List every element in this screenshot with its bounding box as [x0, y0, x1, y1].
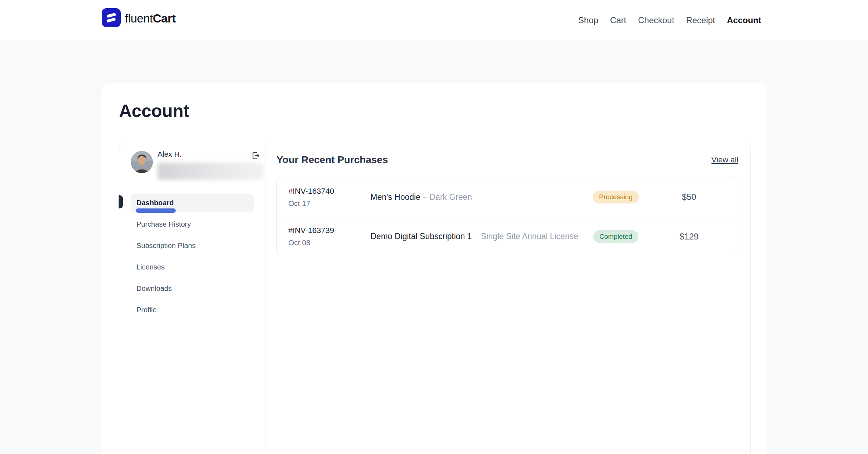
top-nav-links: Shop Cart Checkout Receipt Account [578, 0, 761, 40]
sidebar-item-subscription-plans[interactable]: Subscription Plans [131, 236, 254, 255]
nav-link-receipt[interactable]: Receipt [686, 15, 715, 25]
nav-link-shop[interactable]: Shop [578, 15, 598, 25]
product-variant: Single Site Annual License [481, 232, 578, 241]
sidebar-item-label: Licenses [136, 263, 165, 271]
sidebar-item-label: Dashboard [136, 199, 174, 207]
user-email-redacted [158, 163, 264, 180]
sidebar-item-dashboard[interactable]: Dashboard [131, 193, 254, 212]
invoice-date: Oct 08 [288, 238, 370, 247]
nav-link-checkout[interactable]: Checkout [638, 15, 674, 25]
sidebar-item-licenses[interactable]: Licenses [131, 258, 254, 276]
brand-mark-icon [102, 8, 121, 29]
status-badge: Completed [593, 230, 638, 243]
active-item-marker [119, 195, 123, 208]
sidebar-item-downloads[interactable]: Downloads [131, 279, 254, 298]
sidebar-item-label: Profile [136, 306, 157, 314]
invoice-number: #INV-163739 [288, 226, 370, 235]
invoice-cell: #INV-163739 Oct 08 [288, 226, 370, 247]
nav-link-cart[interactable]: Cart [610, 15, 626, 25]
price: $50 [682, 192, 696, 202]
page-title: Account [119, 100, 189, 122]
account-panel: Alex H. Dashboard Purchase History [119, 143, 750, 454]
product-separator: – [423, 192, 427, 202]
user-avatar [131, 151, 153, 173]
section-header: Your Recent Purchases View all [276, 153, 738, 167]
view-all-link[interactable]: View all [712, 155, 738, 165]
product-cell: Men's Hoodie – Dark Green [370, 192, 580, 202]
main-content-card: Account [101, 83, 767, 454]
user-name: Alex H. [158, 149, 182, 160]
product-name: Demo Digital Subscription 1 [370, 232, 472, 241]
sidebar-menu: Dashboard Purchase History Subscription … [119, 185, 265, 330]
product-name: Men's Hoodie [370, 192, 420, 202]
status-badge: Processing [593, 191, 639, 203]
recent-purchases-section: Your Recent Purchases View all #INV-1637… [265, 143, 750, 454]
invoice-date: Oct 17 [288, 199, 370, 208]
product-cell: Demo Digital Subscription 1 – Single Sit… [370, 232, 580, 241]
account-sidebar: Alex H. Dashboard Purchase History [119, 143, 265, 454]
sidebar-item-profile[interactable]: Profile [131, 301, 254, 319]
logout-icon[interactable] [251, 151, 261, 160]
invoice-number: #INV-163740 [288, 187, 370, 196]
brand-logo[interactable]: fluentCart [102, 9, 176, 28]
purchase-row: #INV-163739 Oct 08 Demo Digital Subscrip… [277, 217, 738, 256]
top-navbar: fluentCart Shop Cart Checkout Receipt Ac… [0, 0, 868, 40]
sidebar-item-label: Purchase History [136, 220, 191, 228]
price: $129 [679, 232, 698, 242]
sidebar-item-label: Subscription Plans [136, 242, 196, 250]
invoice-cell: #INV-163740 Oct 17 [288, 187, 370, 208]
purchase-row: #INV-163740 Oct 17 Men's Hoodie – Dark G… [277, 177, 738, 217]
sidebar-item-label: Downloads [136, 284, 172, 293]
product-variant: Dark Green [430, 192, 472, 202]
sidebar-item-purchase-history[interactable]: Purchase History [131, 215, 254, 233]
brand-name: fluentCart [125, 12, 176, 25]
product-separator: – [474, 232, 479, 241]
section-title: Your Recent Purchases [276, 154, 388, 166]
purchases-list: #INV-163740 Oct 17 Men's Hoodie – Dark G… [276, 177, 738, 256]
nav-link-account[interactable]: Account [727, 15, 761, 25]
user-block: Alex H. [119, 143, 265, 185]
active-underline [136, 208, 176, 213]
